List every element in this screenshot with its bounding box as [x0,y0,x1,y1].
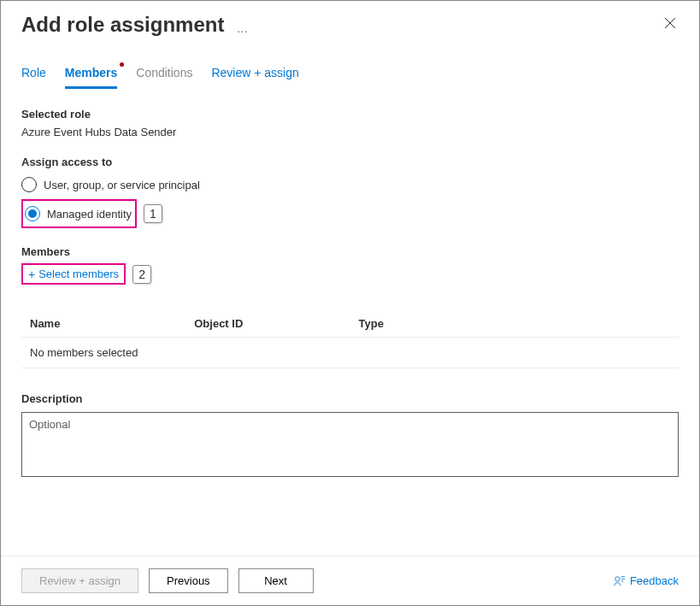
radio-user-group-sp-label: User, group, or service principal [44,179,200,191]
assign-access-radio-group: User, group, or service principal Manage… [21,174,679,228]
tab-dirty-indicator-icon [120,62,124,67]
selected-role-label: Selected role [21,108,679,121]
close-button[interactable] [662,15,679,32]
feedback-link[interactable]: Feedback [614,574,679,587]
select-members-label: Select members [38,268,119,280]
pane-footer: Review + assign Previous Next Feedback [1,556,699,605]
callout-highlight-select-members: + Select members [21,263,126,285]
column-name: Name [21,310,185,338]
tab-bar: Role Members Conditions Review + assign [1,40,699,89]
radio-icon [25,206,40,221]
tab-members[interactable]: Members [65,66,117,89]
callout-badge-2: 2 [132,265,151,284]
previous-button[interactable]: Previous [149,568,228,593]
add-role-assignment-pane: Add role assignment … Role Members Condi… [0,0,700,606]
tab-conditions: Conditions [136,66,192,89]
callout-highlight-managed-identity: Managed identity [21,199,137,228]
next-button[interactable]: Next [238,568,314,593]
tab-role[interactable]: Role [21,66,46,89]
pane-header: Add role assignment … [1,1,699,40]
tab-review-assign[interactable]: Review + assign [211,66,298,89]
radio-managed-identity[interactable]: Managed identity [25,203,132,225]
more-actions-button[interactable]: … [236,21,249,35]
members-empty-text: No members selected [21,338,679,368]
review-assign-button: Review + assign [21,568,138,593]
radio-user-group-sp[interactable]: User, group, or service principal [21,174,679,196]
tab-body-members: Selected role Azure Event Hubs Data Send… [1,89,699,556]
svg-point-2 [615,576,620,580]
members-table: Name Object ID Type No members selected [21,310,679,368]
close-icon [664,17,676,29]
members-label: Members [21,245,679,258]
members-empty-row: No members selected [21,338,679,368]
callout-badge-1: 1 [144,204,162,223]
feedback-label: Feedback [630,574,679,587]
column-type: Type [350,310,679,338]
feedback-icon [614,575,626,587]
select-members-button[interactable]: + Select members [28,268,119,280]
tab-members-label: Members [65,66,117,79]
column-object-id: Object ID [185,310,350,338]
page-title: Add role assignment [21,13,224,37]
members-table-header-row: Name Object ID Type [21,310,679,338]
assign-access-label: Assign access to [21,156,679,168]
description-label: Description [21,392,679,405]
radio-icon [21,177,37,192]
plus-icon: + [28,268,35,280]
radio-managed-identity-label: Managed identity [47,208,132,221]
selected-role-value: Azure Event Hubs Data Sender [21,126,679,138]
description-input[interactable] [21,412,679,477]
